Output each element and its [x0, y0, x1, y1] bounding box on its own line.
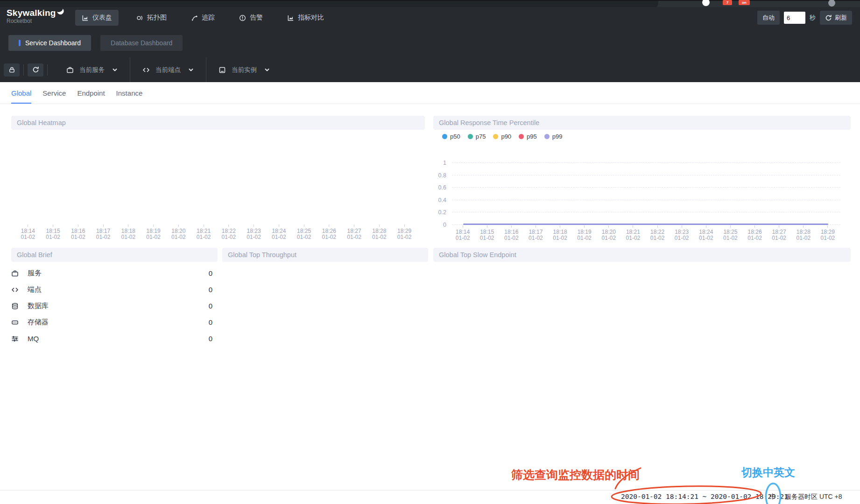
legend-label: p95 — [527, 133, 537, 140]
legend-dot — [544, 134, 550, 139]
view-tab-label: Global — [11, 89, 31, 97]
x-tick-label: 18:21 01-02 — [621, 225, 645, 241]
legend-label: p75 — [476, 133, 486, 140]
dashboard-tab[interactable]: Database Dashboard — [100, 35, 183, 51]
x-tick-label: 18:27 01-02 — [767, 225, 791, 241]
nav-item[interactable]: 拓扑图 — [130, 10, 173, 26]
browser-menu-icon — [828, 0, 835, 7]
brief-label: 服务 — [28, 269, 42, 278]
y-tick-label: 0.6 — [438, 184, 446, 191]
context-selector[interactable]: 当前实例 — [206, 57, 282, 82]
legend-dot — [493, 134, 498, 139]
nav-item[interactable]: 追踪 — [184, 10, 221, 26]
nav-item-label: 仪表盘 — [92, 14, 112, 22]
context-selector[interactable]: 当前服务 — [54, 57, 130, 82]
logo-subtitle: Rocketbot — [7, 18, 64, 24]
comparison-icon — [287, 14, 294, 21]
alarm-icon — [239, 14, 246, 21]
y-tick-label: 0 — [443, 222, 446, 228]
service-icon — [66, 66, 74, 74]
legend-item[interactable]: p75 — [468, 133, 486, 140]
x-tick-label: 18:16 01-02 — [499, 225, 523, 241]
brief-value: 0 — [209, 335, 212, 343]
refresh-icon — [32, 66, 39, 73]
x-tick-label: 18:29 01-02 — [816, 225, 840, 241]
view-tab[interactable]: Global — [11, 82, 31, 104]
x-tick-label: 18:26 01-02 — [317, 224, 342, 240]
reload-templates-button[interactable] — [28, 63, 43, 77]
nav-item-label: 告警 — [250, 14, 263, 22]
refresh-button[interactable]: 刷新 — [820, 11, 852, 25]
nav-item[interactable]: 指标对比 — [281, 10, 331, 26]
time-range-picker[interactable]: 2020-01-02 18:14:21 ~ 2020-01-02 18:29:2… — [621, 493, 788, 500]
service-icon — [11, 270, 21, 277]
refresh-interval-input[interactable] — [784, 12, 805, 24]
lock-button[interactable] — [4, 63, 20, 77]
legend-label: p99 — [552, 133, 563, 140]
y-tick-label: 0.8 — [438, 172, 446, 179]
selector-label: 当前端点 — [155, 66, 181, 74]
x-tick-label: 18:15 01-02 — [475, 225, 499, 241]
panel-title-throughput: Global Top Throughput — [222, 248, 428, 262]
dashboard-tab[interactable]: Service Dashboard — [8, 35, 91, 51]
percentile-legend: p50 p75 p90 p95 p99 — [442, 133, 563, 140]
crescent-icon — [56, 7, 64, 15]
x-tick-label: 18:24 01-02 — [694, 225, 718, 241]
dashboard-tab-label: Service Dashboard — [25, 39, 81, 47]
mq-icon — [11, 335, 21, 343]
top-navbar: Skywalking Rocketbot 仪表盘 拓扑图 追踪 告警 — [0, 7, 860, 28]
view-tab[interactable]: Instance — [116, 82, 143, 104]
refresh-controls: 自动 秒 刷新 — [757, 7, 852, 28]
nav-item[interactable]: 仪表盘 — [75, 10, 119, 26]
language-toggle-button[interactable]: 中 — [769, 493, 776, 501]
dashboard-tab-label: Database Dashboard — [111, 39, 172, 47]
nav-item[interactable]: 告警 — [233, 10, 269, 26]
database-icon — [11, 302, 21, 310]
view-tab-label: Service — [42, 89, 66, 97]
brief-row: 数据库 0 — [11, 298, 218, 314]
view-tab-label: Endpoint — [77, 89, 105, 97]
dashboard-tabs-bar: Service Dashboard Database Dashboard — [0, 28, 860, 57]
x-tick-label: 18:20 01-02 — [597, 225, 621, 241]
selector-label: 当前实例 — [232, 66, 257, 74]
x-tick-label: 18:22 01-02 — [645, 225, 670, 241]
brief-row: 端点 0 — [11, 281, 218, 298]
endpoint-icon — [142, 66, 150, 74]
auto-refresh-button[interactable]: 自动 — [757, 11, 780, 25]
nav-menu: 仪表盘 拓扑图 追踪 告警 指标对比 — [75, 7, 342, 28]
nav-item-label: 拓扑图 — [147, 14, 167, 22]
view-tab[interactable]: Service — [42, 82, 66, 104]
legend-item[interactable]: p90 — [493, 133, 511, 140]
x-tick-label: 18:17 01-02 — [523, 225, 548, 241]
legend-item[interactable]: p95 — [519, 133, 537, 140]
chevron-down-icon — [112, 67, 118, 73]
panel-title-heatmap: Global Heatmap — [11, 116, 425, 130]
y-tick-label: 1 — [443, 160, 446, 166]
percentile-chart-y-axis: 10.80.60.40.20 — [424, 160, 446, 228]
x-tick-label: 18:24 01-02 — [267, 224, 292, 240]
x-tick-label: 18:19 01-02 — [572, 225, 597, 241]
legend-dot — [468, 134, 473, 139]
x-tick-label: 18:28 01-02 — [367, 224, 392, 240]
context-selector[interactable]: 当前端点 — [130, 57, 206, 82]
brief-row: 服务 0 — [11, 265, 218, 281]
cache-icon — [11, 319, 21, 326]
brief-row: MQ 0 — [11, 330, 218, 347]
legend-dot — [519, 134, 524, 139]
lock-icon — [8, 66, 15, 73]
y-tick-label: 0.4 — [438, 197, 446, 203]
selector-label: 当前服务 — [79, 66, 105, 74]
view-tab[interactable]: Endpoint — [77, 82, 105, 104]
dashboard-icon — [82, 14, 89, 21]
legend-item[interactable]: p99 — [544, 133, 563, 140]
toolbar: 当前服务 当前端点 当前实例 — [0, 57, 860, 82]
x-tick-label: 18:20 01-02 — [166, 224, 191, 240]
panel-title-percentile: Global Response Time Percentile — [433, 116, 851, 130]
legend-item[interactable]: p50 — [442, 133, 460, 140]
extension-badge: on — [739, 0, 750, 5]
legend-label: p50 — [450, 133, 460, 140]
refresh-icon — [825, 14, 832, 21]
chevron-down-icon — [264, 67, 270, 73]
browser-strip: 7 on — [0, 0, 860, 7]
x-tick-label: 18:18 01-02 — [116, 224, 141, 240]
